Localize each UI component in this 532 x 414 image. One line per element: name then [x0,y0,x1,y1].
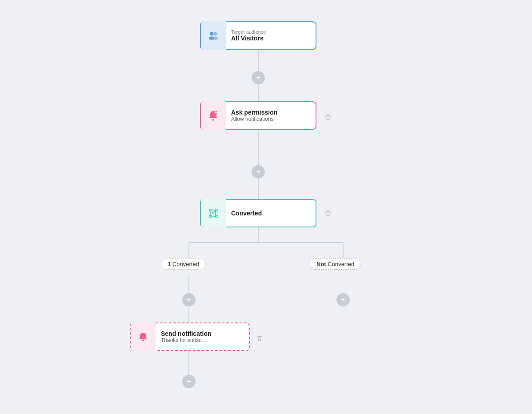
ask-content: Ask permission Allow notifications [226,105,316,126]
ask-icon [201,101,226,130]
target-icon [201,21,226,50]
svg-point-14 [212,37,218,40]
add-button-2[interactable]: + [252,165,265,179]
target-title: All Visitors [231,35,310,42]
delete-converted-button[interactable] [323,208,333,219]
svg-point-12 [213,32,217,36]
target-label: Target audience [231,29,310,35]
delete-send-button[interactable] [254,333,265,344]
target-audience-node[interactable]: Target audience All Visitors [200,21,316,50]
delete-ask-button[interactable] [323,112,333,123]
branch-label-yes: 1 Converted [161,259,206,270]
ask-title: Ask permission [231,109,310,116]
ask-subtitle: Allow notifications [231,116,310,122]
converted-content: Converted [226,206,316,220]
send-title: Send notification [161,330,244,337]
add-button-4[interactable]: + [182,375,196,388]
add-button-right[interactable]: + [336,293,350,307]
branch-yes-number: 1 [168,261,171,267]
svg-point-11 [210,32,213,36]
converted-node[interactable]: Converted [200,199,316,227]
ask-permission-node[interactable]: Ask permission Allow notifications [200,101,316,130]
converted-icon [201,199,226,227]
send-subtitle: Thanks for subsc... [161,337,244,343]
converted-title: Converted [231,210,310,217]
svg-point-18 [142,340,144,341]
branch-no-rest: Converted [326,261,355,267]
svg-point-15 [212,119,214,121]
send-content: Send notification Thanks for subsc... [156,326,249,347]
send-notification-node[interactable]: Send notification Thanks for subsc... [130,322,250,351]
target-content: Target audience All Visitors [226,26,316,45]
branch-no-bold: Not [316,261,326,267]
branch-label-no: Not Converted [310,259,361,270]
workflow-canvas: Target audience All Visitors + Ask permi… [0,0,532,414]
add-button-1[interactable]: + [252,71,265,84]
add-button-3[interactable]: + [182,293,196,307]
send-icon [131,322,156,351]
branch-yes-text: Converted [172,261,199,267]
